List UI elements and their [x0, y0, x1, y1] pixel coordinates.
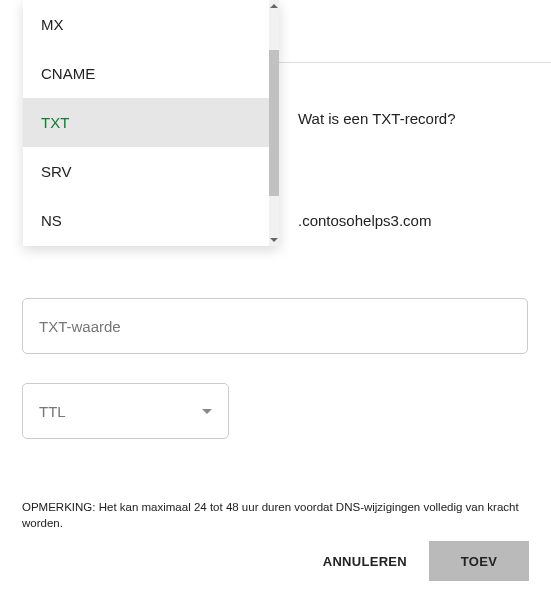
- add-button[interactable]: TOEV: [429, 541, 529, 581]
- cancel-button[interactable]: ANNULEREN: [323, 554, 407, 569]
- record-type-dropdown[interactable]: MX CNAME TXT SRV NS: [23, 0, 279, 246]
- dropdown-option-mx[interactable]: MX: [23, 0, 279, 49]
- chevron-down-icon: [202, 409, 212, 414]
- scroll-up-icon[interactable]: [269, 0, 279, 12]
- dns-note: OPMERKING: Het kan maximaal 24 tot 48 uu…: [22, 499, 551, 531]
- dropdown-option-txt[interactable]: TXT: [23, 98, 279, 147]
- note-body: Het kan maximaal 24 tot 48 uur duren voo…: [22, 501, 519, 529]
- ttl-select[interactable]: TTL: [22, 383, 229, 439]
- scrollbar-thumb[interactable]: [269, 50, 279, 196]
- dropdown-option-srv[interactable]: SRV: [23, 147, 279, 196]
- ttl-placeholder: TTL: [39, 403, 66, 420]
- dropdown-option-cname[interactable]: CNAME: [23, 49, 279, 98]
- txt-value-input[interactable]: [22, 298, 528, 354]
- dropdown-list: MX CNAME TXT SRV NS: [23, 0, 279, 246]
- action-buttons: ANNULEREN TOEV: [323, 541, 529, 581]
- scroll-down-icon[interactable]: [269, 234, 279, 246]
- dropdown-option-ns[interactable]: NS: [23, 196, 279, 245]
- note-label: OPMERKING:: [22, 501, 95, 513]
- txt-record-info-link[interactable]: Wat is een TXT-record?: [298, 110, 456, 127]
- domain-suffix-label: .contosohelps3.com: [298, 212, 431, 229]
- section-divider: [276, 62, 551, 63]
